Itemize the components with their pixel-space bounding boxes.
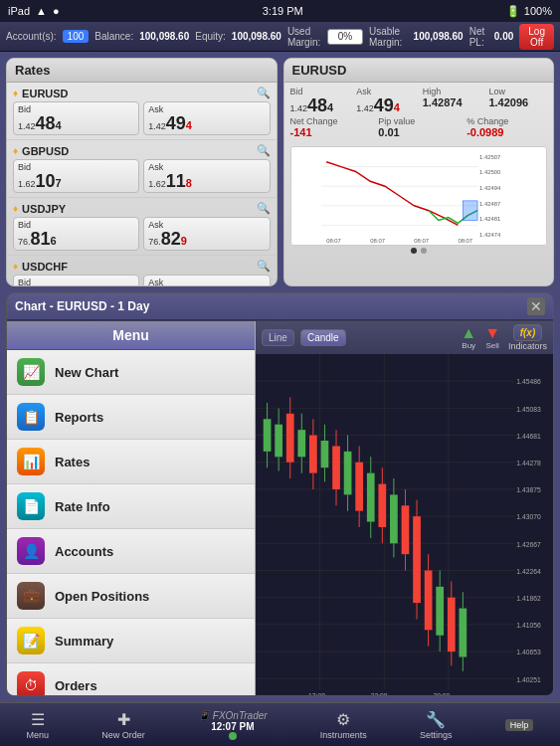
online-indicator xyxy=(229,732,237,740)
equity-label: Equity: xyxy=(195,31,226,42)
rate-row-gbpusd[interactable]: ♦ GBPUSD 🔍 Bid 1.62 10 7 Ask xyxy=(7,140,277,198)
rates-title: Rates xyxy=(7,59,277,83)
svg-rect-4 xyxy=(463,201,477,221)
svg-rect-72 xyxy=(413,516,421,603)
eurusd-ask: Ask 1.42 49 4 xyxy=(143,101,270,135)
equity-value: 100,098.60 xyxy=(232,31,281,42)
settings-toolbar-item[interactable]: 🔧 Settings xyxy=(420,710,453,740)
svg-text:1.41056: 1.41056 xyxy=(516,621,540,631)
time-display: 3:19 PM xyxy=(263,5,303,17)
bottom-time: 12:07 PM xyxy=(211,721,254,732)
rate-row-usdjpy[interactable]: ♦ USDJPY 🔍 Bid 76. 81 6 Ask xyxy=(7,198,277,256)
svg-text:23:08: 23:08 xyxy=(371,690,388,696)
magnify-icon-usdchf[interactable]: 🔍 xyxy=(257,260,271,273)
usdchf-pair-name: USDCHF xyxy=(22,261,68,273)
close-button[interactable]: ✕ xyxy=(527,297,545,315)
help-button[interactable]: Help xyxy=(505,719,534,731)
app-center: 📱 FXOnTrader 12:07 PM xyxy=(198,710,268,740)
svg-text:1.42481: 1.42481 xyxy=(479,216,500,222)
rate-row-eurusd[interactable]: ♦ EURUSD 🔍 Bid 1.42 48 4 Ask xyxy=(7,83,277,140)
rate-info-icon: 📄 xyxy=(17,492,45,520)
carrier-label: iPad xyxy=(8,5,30,17)
gbpusd-bid: Bid 1.62 10 7 xyxy=(13,159,139,193)
accounts-label: Accounts xyxy=(55,544,113,559)
net-change-col: Net Change -141 xyxy=(290,116,371,138)
diamond-icon-usdjpy: ♦ xyxy=(13,203,18,214)
diamond-icon-gbpusd: ♦ xyxy=(13,145,18,156)
settings-icon: 🔧 xyxy=(426,710,446,729)
svg-text:1.42474: 1.42474 xyxy=(479,232,501,238)
svg-rect-42 xyxy=(297,430,305,457)
new-order-toolbar-item[interactable]: ✚ New Order xyxy=(101,710,145,740)
menu-item-reports[interactable]: 📋 Reports xyxy=(7,395,255,440)
app-logo: 📱 FXOnTrader xyxy=(198,710,268,721)
svg-text:1.40653: 1.40653 xyxy=(516,648,540,657)
svg-text:1.42507: 1.42507 xyxy=(479,154,500,160)
svg-text:1.44278: 1.44278 xyxy=(516,459,540,468)
new-chart-label: New Chart xyxy=(55,365,118,380)
menu-item-rate-info[interactable]: 📄 Rate Info xyxy=(7,484,255,529)
log-off-button[interactable]: Log Off xyxy=(519,24,554,50)
svg-rect-84 xyxy=(459,609,467,657)
svg-text:08:07: 08:07 xyxy=(414,238,429,244)
status-bar: iPad ▲ ● 3:19 PM 🔋 100% xyxy=(0,0,560,22)
sell-button[interactable]: ▼ Sell xyxy=(484,325,500,350)
usdchf-ask: Ask 0. 79 08 xyxy=(143,275,270,286)
magnify-icon-usdjpy[interactable]: 🔍 xyxy=(257,202,271,215)
instruments-toolbar-item[interactable]: ⚙ Instruments xyxy=(320,710,367,740)
new-order-label: New Order xyxy=(101,730,145,740)
svg-text:1.42494: 1.42494 xyxy=(479,185,501,191)
menu-toolbar-item[interactable]: ☰ Menu xyxy=(27,710,50,740)
svg-text:17:08: 17:08 xyxy=(308,690,325,696)
used-margin-label: Used Margin: xyxy=(287,26,321,48)
eurusd-mini-chart: 1.42507 1.42500 1.42494 1.42487 1.42481 … xyxy=(290,146,548,246)
svg-text:1.42500: 1.42500 xyxy=(479,169,501,175)
line-chart-button[interactable]: Line xyxy=(262,329,294,346)
menu-item-open-positions[interactable]: 💼 Open Positions xyxy=(7,574,255,619)
eurusd-low-col: Low 1.42096 xyxy=(488,87,547,114)
svg-rect-39 xyxy=(286,414,294,463)
svg-rect-45 xyxy=(309,436,317,473)
eurusd-pair-name: EURUSD xyxy=(22,88,68,99)
candle-chart-area: Line Candle ▲ Buy ▼ Sell f(x) Indicators xyxy=(256,321,553,695)
menu-item-accounts[interactable]: 👤 Accounts xyxy=(7,529,255,574)
buy-button[interactable]: ▲ Buy xyxy=(461,325,476,350)
magnify-icon-gbpusd[interactable]: 🔍 xyxy=(257,144,271,157)
sell-arrow-icon: ▼ xyxy=(484,325,500,341)
new-order-icon: ✚ xyxy=(117,710,130,729)
candle-chart-button[interactable]: Candle xyxy=(300,329,346,346)
menu-item-orders[interactable]: ⏱ Orders xyxy=(7,663,255,696)
magnify-icon-eurusd[interactable]: 🔍 xyxy=(257,87,271,99)
usable-margin-value: 100,098.60 xyxy=(414,31,464,42)
rates-icon: 📊 xyxy=(17,448,45,475)
reports-label: Reports xyxy=(55,410,103,425)
rate-info-label: Rate Info xyxy=(55,499,110,514)
menu-item-new-chart[interactable]: 📈 New Chart xyxy=(7,350,255,395)
menu-item-summary[interactable]: 📝 Summary xyxy=(7,619,255,663)
svg-rect-66 xyxy=(390,494,398,543)
svg-rect-54 xyxy=(344,452,352,495)
rates-label: Rates xyxy=(55,455,90,469)
chart-header: Chart - EURUSD - 1 Day ✕ xyxy=(7,293,553,320)
svg-text:1.42264: 1.42264 xyxy=(516,566,540,576)
svg-rect-60 xyxy=(367,473,375,522)
new-chart-icon: 📈 xyxy=(17,358,45,386)
instruments-label: Instruments xyxy=(320,730,367,740)
battery-icon: 🔋 xyxy=(506,5,520,18)
eurusd-bid: Bid 1.42 48 4 xyxy=(13,101,139,135)
menu-item-rates[interactable]: 📊 Rates xyxy=(7,440,255,484)
svg-text:08:07: 08:07 xyxy=(326,238,341,244)
svg-rect-51 xyxy=(332,446,340,489)
menu-overlay: Menu 📈 New Chart 📋 Reports 📊 Rates 📄 Rat… xyxy=(7,321,256,695)
buy-arrow-icon: ▲ xyxy=(461,325,476,341)
signal-icon: ● xyxy=(53,5,60,17)
rates-panel: Rates ♦ EURUSD 🔍 Bid 1.42 48 4 xyxy=(6,58,278,286)
margin-input[interactable] xyxy=(327,29,363,45)
net-pl-label: Net PL: xyxy=(469,26,488,48)
net-pl-value: 0.00 xyxy=(494,31,513,42)
gbpusd-pair-name: GBPUSD xyxy=(22,145,69,157)
fx-button[interactable]: f(x) xyxy=(513,324,543,341)
svg-rect-36 xyxy=(275,425,282,458)
reports-icon: 📋 xyxy=(17,403,45,431)
rate-row-usdchf[interactable]: ♦ USDCHF 🔍 Bid 0. 79 05 Ask xyxy=(7,256,277,286)
